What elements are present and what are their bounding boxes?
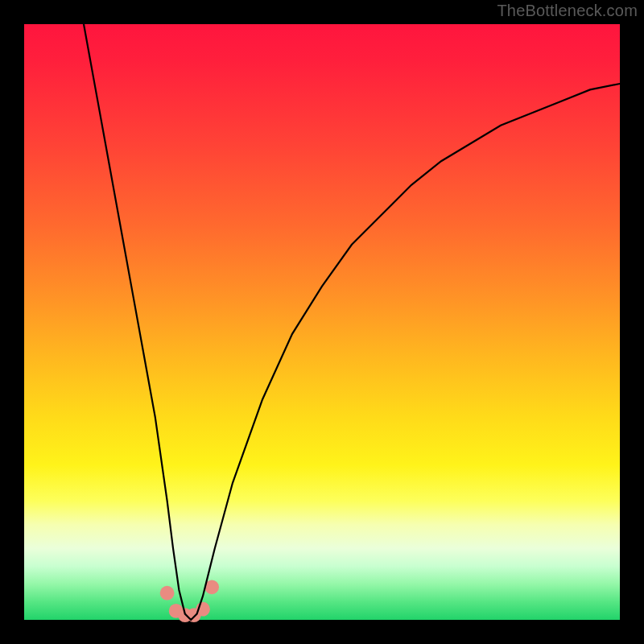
- marker-dot: [160, 586, 175, 601]
- curve-svg: [24, 24, 620, 620]
- chart-frame: TheBottleneck.com: [0, 0, 644, 644]
- marker-cluster: [160, 580, 219, 622]
- bottleneck-curve: [84, 24, 620, 620]
- plot-area: [24, 24, 620, 620]
- watermark-text: TheBottleneck.com: [497, 2, 638, 20]
